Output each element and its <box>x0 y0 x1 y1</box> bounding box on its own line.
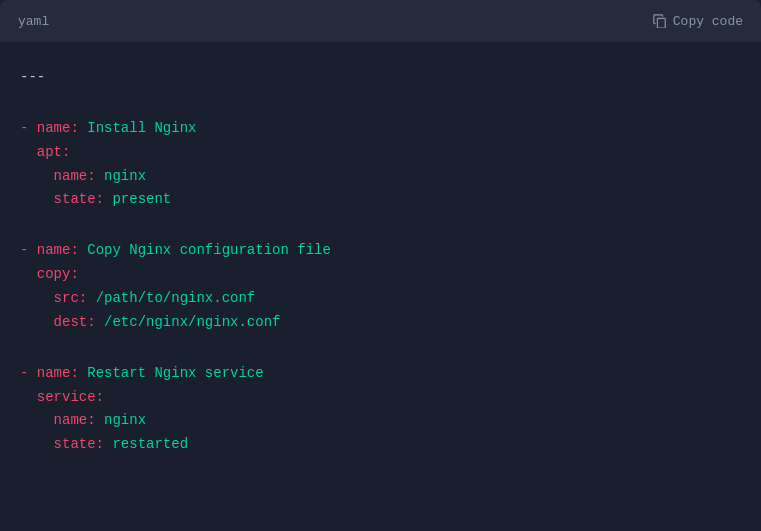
code-body: ---- name: Install Nginx apt: name: ngin… <box>0 42 761 531</box>
copy-label: Copy code <box>673 14 743 29</box>
copy-icon <box>653 14 667 28</box>
code-header: yaml Copy code <box>0 0 761 42</box>
code-block: yaml Copy code ---- name: Install Nginx … <box>0 0 761 531</box>
code-line: state: restarted <box>20 433 741 457</box>
code-line: name: nginx <box>20 165 741 189</box>
code-line: dest: /etc/nginx/nginx.conf <box>20 311 741 335</box>
code-line: copy: <box>20 263 741 287</box>
code-line: apt: <box>20 141 741 165</box>
blank-line <box>20 212 741 239</box>
code-line: - name: Install Nginx <box>20 117 741 141</box>
blank-line <box>20 335 741 362</box>
copy-code-button[interactable]: Copy code <box>653 14 743 29</box>
code-line: service: <box>20 386 741 410</box>
code-line: state: present <box>20 188 741 212</box>
code-line: --- <box>20 66 741 90</box>
code-line: src: /path/to/nginx.conf <box>20 287 741 311</box>
svg-rect-0 <box>657 18 665 28</box>
code-line: - name: Copy Nginx configuration file <box>20 239 741 263</box>
code-language: yaml <box>18 14 49 29</box>
code-line: - name: Restart Nginx service <box>20 362 741 386</box>
blank-line <box>20 90 741 117</box>
code-line: name: nginx <box>20 409 741 433</box>
